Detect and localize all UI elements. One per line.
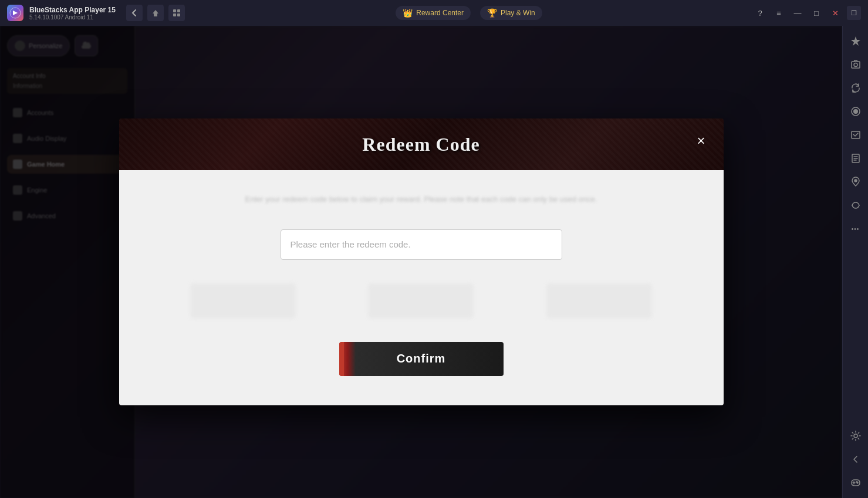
modal-body: Enter your redeem code below to claim yo… bbox=[119, 170, 724, 405]
maximize-button[interactable]: □ bbox=[809, 6, 823, 20]
sidebar-record-icon[interactable] bbox=[845, 101, 866, 122]
modal-description: Enter your redeem code below to claim yo… bbox=[154, 194, 688, 206]
sidebar-location-icon[interactable] bbox=[845, 171, 866, 192]
main-content: Personalize Account Info Information Acc… bbox=[0, 26, 842, 498]
app-title-group: BlueStacks App Player 15 5.14.10.1007 An… bbox=[29, 6, 116, 21]
sidebar-settings-icon[interactable] bbox=[845, 425, 866, 446]
help-button[interactable]: ? bbox=[753, 6, 767, 20]
app-version: 5.14.10.1007 Android 11 bbox=[29, 14, 116, 21]
svg-rect-5 bbox=[852, 62, 860, 68]
back-button[interactable] bbox=[126, 5, 143, 21]
sidebar-rotate-icon[interactable] bbox=[845, 77, 866, 99]
close-button[interactable]: ✕ bbox=[828, 6, 842, 20]
svg-point-11 bbox=[855, 179, 857, 182]
svg-rect-2 bbox=[177, 9, 180, 12]
svg-point-12 bbox=[854, 434, 857, 438]
redeem-code-modal: Redeem Code × Enter your redeem code bel… bbox=[119, 118, 724, 405]
blurred-bottom-area bbox=[154, 283, 688, 319]
modal-header: Redeem Code × bbox=[119, 118, 724, 170]
window-controls: ? ≡ — □ ✕ ❐ bbox=[753, 6, 861, 20]
menu-button[interactable]: ≡ bbox=[772, 6, 786, 20]
minimize-button[interactable]: — bbox=[791, 6, 805, 20]
sidebar-pin-icon[interactable] bbox=[845, 31, 866, 52]
sidebar-macro-icon[interactable] bbox=[845, 124, 866, 145]
app-title: BlueStacks App Player 15 bbox=[29, 6, 116, 14]
title-bar: BlueStacks App Player 15 5.14.10.1007 An… bbox=[0, 0, 868, 26]
right-sidebar: ••• bbox=[842, 26, 868, 498]
nav-buttons bbox=[126, 5, 185, 21]
home-button[interactable] bbox=[147, 5, 164, 21]
svg-rect-3 bbox=[173, 13, 176, 16]
svg-rect-4 bbox=[177, 13, 180, 16]
modal-overlay: Redeem Code × Enter your redeem code bel… bbox=[0, 26, 842, 498]
reward-center-button[interactable]: 👑 Reward Center bbox=[396, 6, 471, 20]
svg-rect-1 bbox=[173, 9, 176, 12]
sidebar-screenshot-icon[interactable] bbox=[845, 54, 866, 75]
redeem-code-input[interactable] bbox=[281, 229, 562, 260]
svg-point-14 bbox=[856, 482, 857, 483]
app-logo bbox=[7, 5, 23, 21]
play-win-button[interactable]: 🏆 Play & Win bbox=[480, 6, 542, 20]
restore-button[interactable]: ❐ bbox=[847, 6, 861, 20]
confirm-button[interactable]: Confirm bbox=[339, 342, 504, 376]
sidebar-shake-icon[interactable] bbox=[845, 195, 866, 216]
sidebar-more-icon[interactable]: ••• bbox=[845, 218, 866, 239]
sidebar-gamepad-icon[interactable] bbox=[845, 472, 866, 493]
svg-point-6 bbox=[854, 63, 857, 67]
sidebar-back-icon[interactable] bbox=[845, 449, 866, 470]
svg-point-8 bbox=[853, 109, 858, 114]
modal-close-button[interactable]: × bbox=[691, 130, 712, 151]
tabs-button[interactable] bbox=[168, 5, 185, 21]
sidebar-script-icon[interactable] bbox=[845, 148, 866, 169]
title-bar-center: 👑 Reward Center 🏆 Play & Win bbox=[191, 6, 747, 20]
modal-title: Redeem Code bbox=[362, 134, 479, 155]
